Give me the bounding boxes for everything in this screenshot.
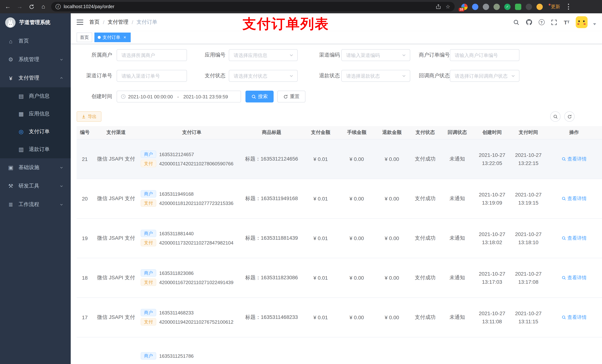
merchant-order-no-input[interactable] xyxy=(454,52,515,58)
avatar-caret-icon[interactable] xyxy=(593,23,596,25)
field-label: 回调商户状态 xyxy=(419,73,450,79)
sidebar-item-devtools[interactable]: ⚒ 研发工具 xyxy=(0,177,71,195)
field-label: 所属商户 xyxy=(77,52,117,58)
extension-icon[interactable] xyxy=(472,3,478,10)
field-label: 渠道编码 xyxy=(319,52,341,58)
site-info-icon[interactable]: i xyxy=(55,4,61,9)
merchant-select-input[interactable] xyxy=(121,52,183,58)
view-detail-link[interactable]: 查看详情 xyxy=(561,235,587,241)
dashboard-icon: ⌂ xyxy=(7,38,14,44)
sidebar-item-merchant-info[interactable]: ▤ 商户信息 xyxy=(0,87,71,105)
breadcrumb-separator: / xyxy=(132,19,133,25)
extensions-area: 10 ✓ 更新 xyxy=(461,3,569,10)
github-icon[interactable] xyxy=(525,19,532,26)
extension-icon[interactable] xyxy=(526,3,532,10)
view-detail-link[interactable]: 查看详情 xyxy=(561,156,587,162)
search-icon[interactable] xyxy=(513,19,520,26)
export-button[interactable]: 导出 xyxy=(77,111,101,122)
address-bar[interactable]: i localhost:1024/pay/order ☆ xyxy=(51,2,455,11)
extension-icon[interactable] xyxy=(483,3,489,10)
pay-status: 支付成功 xyxy=(415,195,436,201)
reload-icon xyxy=(29,4,34,10)
created-date: 2021-10-27 xyxy=(475,309,509,317)
bookmark-star-icon[interactable]: ☆ xyxy=(446,4,450,10)
extension-icon[interactable]: 10 xyxy=(461,3,468,10)
channel-order-no-input[interactable] xyxy=(121,73,183,79)
browser-back-button[interactable]: ← xyxy=(4,3,12,11)
refresh-table-button[interactable] xyxy=(564,111,575,122)
tab-home[interactable]: 首页 xyxy=(77,32,92,42)
sidebar-item-label: 系统管理 xyxy=(19,56,39,63)
top-navbar: 首页 / 支付管理 / 支付订单 支付订单列表 ? xyxy=(71,13,602,31)
payment-submenu: ▤ 商户信息 ▦ 应用信息 ◎ 支付订单 ▥ 退款订单 xyxy=(0,87,71,158)
extension-icon[interactable] xyxy=(494,3,500,10)
browser-update-button[interactable]: 更新 xyxy=(549,3,560,10)
sidebar-menu: ⌂ 首页 ⚙ 系统管理 ¥ 支付管理 ▤ 商户信息 xyxy=(0,32,71,214)
view-detail-link[interactable]: 查看详情 xyxy=(561,274,587,281)
search-button-label: 搜索 xyxy=(258,93,268,100)
merchant-badge: 商户 xyxy=(141,230,156,237)
extension-icon[interactable]: ✓ xyxy=(504,3,511,10)
sidebar-item-pay-order[interactable]: ◎ 支付订单 xyxy=(0,123,71,141)
view-detail-link[interactable]: 查看详情 xyxy=(561,195,587,202)
sidebar-item-label: 支付订单 xyxy=(29,128,50,135)
created-time: 13:18:02 xyxy=(475,238,509,246)
tab-pay-order[interactable]: 支付订单 × xyxy=(94,32,131,42)
field-label: 商户订单编号 xyxy=(419,52,450,58)
sidebar-item-payment[interactable]: ¥ 支付管理 xyxy=(0,69,71,87)
search-button[interactable]: 搜索 xyxy=(246,91,274,103)
browser-menu-icon[interactable] xyxy=(568,4,569,10)
search-icon xyxy=(561,196,566,201)
channel-code-select[interactable] xyxy=(345,52,400,58)
col-header-created: 创建时间 xyxy=(483,130,502,135)
sidebar-item-workflow[interactable]: ≣ 工作流程 xyxy=(0,195,71,214)
help-icon[interactable]: ? xyxy=(538,19,545,26)
notify-status: 未通知 xyxy=(450,195,465,201)
pay-status: 支付成功 xyxy=(415,156,436,161)
created-time: 13:17:03 xyxy=(475,278,509,286)
export-button-label: 导出 xyxy=(88,113,97,120)
notify-status: 未通知 xyxy=(450,235,465,241)
col-header-fee: 手续金额 xyxy=(347,130,366,135)
font-size-icon[interactable]: TT xyxy=(563,19,570,26)
refund-status-select[interactable] xyxy=(345,73,400,79)
date-end: 2021-10-31 23:59:59 xyxy=(183,94,228,99)
sidebar-item-system[interactable]: ⚙ 系统管理 xyxy=(0,50,71,69)
sidebar-item-refund-order[interactable]: ▥ 退款订单 xyxy=(0,141,71,158)
tools-icon: ⚒ xyxy=(7,183,14,189)
fullscreen-icon[interactable] xyxy=(550,19,558,26)
pay-status-select[interactable] xyxy=(233,73,288,79)
sidebar-item-infra[interactable]: ▣ 基础设施 xyxy=(0,158,71,177)
channel-order-no: 4200001181202110277723215336 xyxy=(159,200,233,206)
sidebar-toggle-icon[interactable] xyxy=(77,20,83,25)
extension-icon[interactable] xyxy=(515,3,521,10)
browser-reload-button[interactable] xyxy=(27,3,35,11)
toggle-search-button[interactable] xyxy=(550,111,560,122)
view-detail-label: 查看详情 xyxy=(567,195,587,202)
close-tab-icon[interactable]: × xyxy=(122,35,127,40)
notify-status-select[interactable] xyxy=(454,73,509,79)
sidebar-item-app-info[interactable]: ▦ 应用信息 xyxy=(0,105,71,123)
share-icon[interactable] xyxy=(436,4,441,9)
table-row: 19 微信 JSAPI 支付 商户 1635311881440 支付 42000… xyxy=(77,218,602,258)
user-avatar[interactable] xyxy=(576,16,588,28)
col-header-order: 支付订单 xyxy=(182,130,201,135)
breadcrumb-payment[interactable]: 支付管理 xyxy=(108,19,129,26)
order-id: 21 xyxy=(82,156,87,162)
sidebar: 芋道管理系统 ⌂ 首页 ⚙ 系统管理 ¥ 支付管理 xyxy=(0,13,71,364)
profile-avatar-icon[interactable] xyxy=(537,3,543,10)
sidebar-item-home[interactable]: ⌂ 首页 xyxy=(0,32,71,50)
reset-button[interactable]: 重置 xyxy=(277,91,305,103)
breadcrumb-home[interactable]: 首页 xyxy=(89,19,100,26)
browser-chrome: ← → ⌂ i localhost:1024/pay/order ☆ 10 ✓ … xyxy=(0,0,602,13)
view-detail-link[interactable]: 查看详情 xyxy=(561,314,587,321)
app-no-select[interactable] xyxy=(233,52,288,58)
browser-home-button[interactable]: ⌂ xyxy=(39,3,47,11)
grid-icon: ▦ xyxy=(18,111,24,117)
create-time-range-input[interactable]: 2021-10-01 00:00:00 - 2021-10-31 23:59:5… xyxy=(117,91,241,103)
pay-amount: ¥ 0.01 xyxy=(313,156,328,162)
filter-row-2: 渠道订单号 支付状态 退款状态 xyxy=(77,70,602,82)
order-id: 19 xyxy=(82,235,87,241)
browser-forward-button[interactable]: → xyxy=(16,3,24,11)
pay-status: 支付成功 xyxy=(415,235,436,241)
